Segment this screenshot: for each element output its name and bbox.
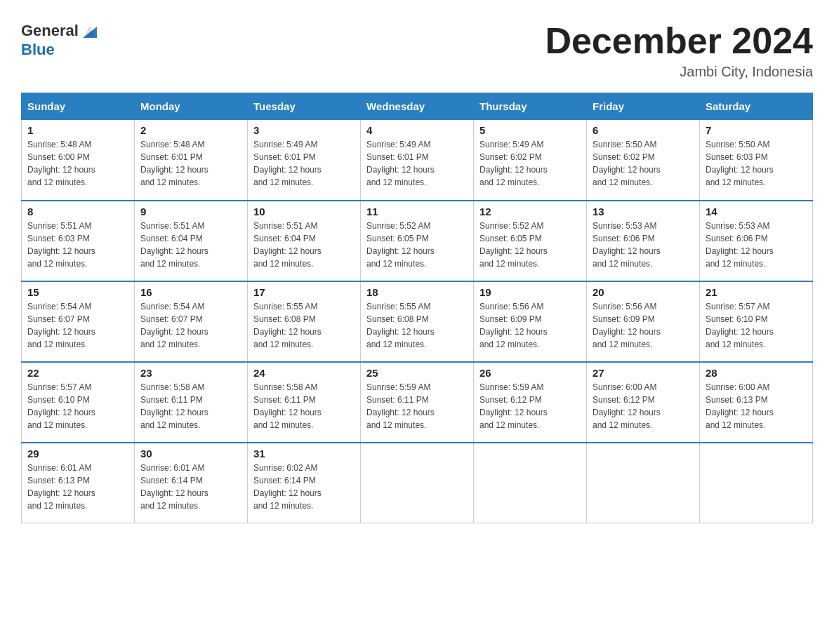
day-info: Sunrise: 5:59 AMSunset: 6:12 PMDaylight:… [479,381,581,431]
day-number: 3 [253,124,355,136]
day-info: Sunrise: 5:48 AMSunset: 6:01 PMDaylight:… [140,138,241,189]
location-subtitle: Jambi City, Indonesia [545,64,813,80]
day-number: 23 [140,367,241,379]
day-cell-26: 26Sunrise: 5:59 AMSunset: 6:12 PMDayligh… [474,362,587,443]
day-cell-25: 25Sunrise: 5:59 AMSunset: 6:11 PMDayligh… [361,362,474,443]
day-cell-4: 4Sunrise: 5:49 AMSunset: 6:01 PMDaylight… [361,120,474,201]
day-number: 5 [479,124,581,136]
day-info: Sunrise: 5:48 AMSunset: 6:00 PMDaylight:… [27,138,128,189]
empty-cell [474,443,587,523]
empty-cell [700,443,813,523]
day-info: Sunrise: 5:52 AMSunset: 6:05 PMDaylight:… [479,220,581,270]
day-info: Sunrise: 5:49 AMSunset: 6:01 PMDaylight:… [253,138,355,189]
day-cell-13: 13Sunrise: 5:53 AMSunset: 6:06 PMDayligh… [587,201,700,281]
day-cell-31: 31Sunrise: 6:02 AMSunset: 6:14 PMDayligh… [248,443,361,523]
day-info: Sunrise: 5:56 AMSunset: 6:09 PMDaylight:… [593,300,694,351]
day-number: 16 [140,286,241,298]
day-cell-7: 7Sunrise: 5:50 AMSunset: 6:03 PMDaylight… [700,120,813,201]
day-cell-16: 16Sunrise: 5:54 AMSunset: 6:07 PMDayligh… [135,281,248,362]
day-number: 11 [366,206,468,217]
day-number: 29 [27,448,128,459]
day-info: Sunrise: 5:50 AMSunset: 6:02 PMDaylight:… [593,138,694,189]
day-cell-19: 19Sunrise: 5:56 AMSunset: 6:09 PMDayligh… [474,281,587,362]
col-header-monday: Monday [135,93,248,120]
day-info: Sunrise: 6:01 AMSunset: 6:13 PMDaylight:… [27,462,128,512]
page-header: General Blue December 2024 Jambi City, I… [21,21,813,80]
day-cell-24: 24Sunrise: 5:58 AMSunset: 6:11 PMDayligh… [248,362,361,443]
day-number: 20 [593,286,694,298]
day-number: 28 [706,367,807,379]
day-number: 22 [27,367,128,379]
day-info: Sunrise: 5:59 AMSunset: 6:11 PMDaylight:… [366,381,468,431]
day-info: Sunrise: 5:55 AMSunset: 6:08 PMDaylight:… [253,300,355,351]
day-number: 7 [706,124,807,136]
day-number: 27 [593,367,694,379]
day-info: Sunrise: 5:51 AMSunset: 6:04 PMDaylight:… [140,220,241,270]
col-header-thursday: Thursday [474,93,587,120]
day-cell-30: 30Sunrise: 6:01 AMSunset: 6:14 PMDayligh… [135,443,248,523]
day-cell-8: 8Sunrise: 5:51 AMSunset: 6:03 PMDaylight… [22,201,135,281]
day-number: 13 [593,206,694,217]
day-number: 31 [253,448,355,459]
day-info: Sunrise: 6:00 AMSunset: 6:12 PMDaylight:… [593,381,694,431]
day-number: 10 [253,206,355,217]
empty-cell [587,443,700,523]
week-row-5: 29Sunrise: 6:01 AMSunset: 6:13 PMDayligh… [22,443,813,523]
day-number: 30 [140,448,241,459]
day-number: 18 [366,286,468,298]
day-info: Sunrise: 5:57 AMSunset: 6:10 PMDaylight:… [706,300,807,351]
day-info: Sunrise: 6:01 AMSunset: 6:14 PMDaylight:… [140,462,241,512]
day-info: Sunrise: 5:51 AMSunset: 6:03 PMDaylight:… [27,220,128,270]
day-number: 6 [593,124,694,136]
day-number: 19 [479,286,581,298]
day-cell-12: 12Sunrise: 5:52 AMSunset: 6:05 PMDayligh… [474,201,587,281]
day-cell-1: 1Sunrise: 5:48 AMSunset: 6:00 PMDaylight… [22,120,135,201]
day-number: 1 [27,124,128,136]
day-cell-11: 11Sunrise: 5:52 AMSunset: 6:05 PMDayligh… [361,201,474,281]
day-number: 15 [27,286,128,298]
day-info: Sunrise: 5:52 AMSunset: 6:05 PMDaylight:… [366,220,468,270]
day-info: Sunrise: 6:02 AMSunset: 6:14 PMDaylight:… [253,462,355,512]
day-cell-14: 14Sunrise: 5:53 AMSunset: 6:06 PMDayligh… [700,201,813,281]
day-info: Sunrise: 5:53 AMSunset: 6:06 PMDaylight:… [593,220,694,270]
day-cell-3: 3Sunrise: 5:49 AMSunset: 6:01 PMDaylight… [248,120,361,201]
week-row-1: 1Sunrise: 5:48 AMSunset: 6:00 PMDaylight… [22,120,813,201]
logo: General Blue [21,21,100,59]
day-info: Sunrise: 5:50 AMSunset: 6:03 PMDaylight:… [706,138,807,189]
day-info: Sunrise: 6:00 AMSunset: 6:13 PMDaylight:… [706,381,807,431]
day-number: 2 [140,124,241,136]
day-info: Sunrise: 5:49 AMSunset: 6:01 PMDaylight:… [366,138,468,189]
day-number: 9 [140,206,241,217]
day-info: Sunrise: 5:53 AMSunset: 6:06 PMDaylight:… [706,220,807,270]
day-number: 25 [366,367,468,379]
calendar-header-row: SundayMondayTuesdayWednesdayThursdayFrid… [22,93,813,120]
day-cell-2: 2Sunrise: 5:48 AMSunset: 6:01 PMDaylight… [135,120,248,201]
day-cell-21: 21Sunrise: 5:57 AMSunset: 6:10 PMDayligh… [700,281,813,362]
title-area: December 2024 Jambi City, Indonesia [545,21,813,80]
day-info: Sunrise: 5:57 AMSunset: 6:10 PMDaylight:… [27,381,128,431]
day-info: Sunrise: 5:58 AMSunset: 6:11 PMDaylight:… [253,381,355,431]
day-cell-6: 6Sunrise: 5:50 AMSunset: 6:02 PMDaylight… [587,120,700,201]
day-info: Sunrise: 5:54 AMSunset: 6:07 PMDaylight:… [140,300,241,351]
empty-cell [361,443,474,523]
day-number: 12 [479,206,581,217]
logo-triangle-icon [80,21,100,41]
day-info: Sunrise: 5:49 AMSunset: 6:02 PMDaylight:… [479,138,581,189]
day-cell-18: 18Sunrise: 5:55 AMSunset: 6:08 PMDayligh… [361,281,474,362]
col-header-sunday: Sunday [22,93,135,120]
day-cell-20: 20Sunrise: 5:56 AMSunset: 6:09 PMDayligh… [587,281,700,362]
day-cell-15: 15Sunrise: 5:54 AMSunset: 6:07 PMDayligh… [22,281,135,362]
day-info: Sunrise: 5:58 AMSunset: 6:11 PMDaylight:… [140,381,241,431]
day-cell-23: 23Sunrise: 5:58 AMSunset: 6:11 PMDayligh… [135,362,248,443]
logo-general-text: General [21,22,79,40]
day-info: Sunrise: 5:55 AMSunset: 6:08 PMDaylight:… [366,300,468,351]
day-cell-29: 29Sunrise: 6:01 AMSunset: 6:13 PMDayligh… [22,443,135,523]
logo-blue-text: Blue [21,41,55,59]
col-header-tuesday: Tuesday [248,93,361,120]
col-header-saturday: Saturday [700,93,813,120]
day-number: 26 [479,367,581,379]
day-info: Sunrise: 5:51 AMSunset: 6:04 PMDaylight:… [253,220,355,270]
week-row-3: 15Sunrise: 5:54 AMSunset: 6:07 PMDayligh… [22,281,813,362]
day-number: 8 [27,206,128,217]
day-info: Sunrise: 5:54 AMSunset: 6:07 PMDaylight:… [27,300,128,351]
